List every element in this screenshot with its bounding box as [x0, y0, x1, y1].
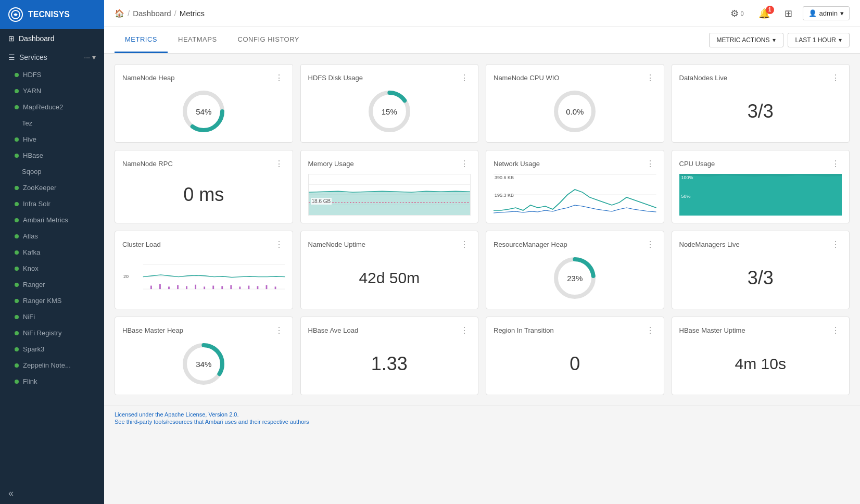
namenode-heap-value: 54% — [196, 107, 211, 116]
sidebar-tez-label: Tez — [22, 119, 32, 127]
memory-chart-svg — [309, 174, 471, 215]
admin-menu-button[interactable]: 👤 admin ▾ — [803, 6, 850, 20]
tab-metrics[interactable]: METRICS — [115, 27, 168, 53]
sidebar-item-kafka[interactable]: Kafka — [0, 244, 104, 260]
card-cpu-menu[interactable]: ⋮ — [829, 158, 842, 170]
sidebar-item-yarn[interactable]: YARN — [0, 83, 104, 99]
footer-thirdparty[interactable]: See third-party tools/resources that Amb… — [115, 419, 850, 425]
card-namenode-rpc-title: NameNode RPC — [122, 160, 173, 168]
sidebar-item-sqoop[interactable]: Sqoop — [0, 163, 104, 180]
card-rm-heap-menu[interactable]: ⋮ — [644, 238, 656, 250]
settings-button[interactable]: ⚙ 0 — [726, 6, 748, 21]
card-nm-menu[interactable]: ⋮ — [829, 238, 842, 250]
card-network-title: Network Usage — [494, 160, 540, 168]
sidebar-item-knox[interactable]: Knox — [0, 260, 104, 276]
card-hbase-uptime-title: HBase Master Uptime — [679, 326, 745, 334]
card-hbase-load-menu[interactable]: ⋮ — [458, 324, 471, 336]
card-region-in-transition: Region In Transition ⋮ 0 — [486, 317, 664, 395]
home-icon[interactable]: 🏠 — [115, 9, 124, 18]
sidebar-item-zeppelin[interactable]: Zeppelin Note... — [0, 357, 104, 373]
yarn-status-dot — [15, 89, 19, 93]
sidebar-item-spark3[interactable]: Spark3 — [0, 341, 104, 357]
alerts-button[interactable]: 🔔 1 — [754, 6, 774, 21]
cpu-label-50: 50% — [681, 194, 691, 199]
metric-actions-button[interactable]: METRIC ACTIONS ▾ — [709, 33, 783, 47]
network-chart-svg — [494, 174, 656, 216]
card-memory-menu[interactable]: ⋮ — [458, 158, 471, 170]
card-namenode-heap-body: 54% — [122, 88, 285, 135]
card-rit-title: Region In Transition — [494, 326, 554, 334]
topbar-actions: ⚙ 0 🔔 1 ⊞ 👤 admin ▾ — [726, 6, 850, 21]
sidebar-sqoop-label: Sqoop — [22, 168, 42, 175]
sidebar-item-infra-solr[interactable]: Infra Solr — [0, 196, 104, 212]
sidebar-item-hive[interactable]: Hive — [0, 131, 104, 147]
sidebar-item-dashboard[interactable]: ⊞ Dashboard — [0, 29, 104, 48]
footer-license-link[interactable]: Licensed under the Apache License, Versi… — [115, 411, 239, 418]
datanodes-value: 3/3 — [748, 100, 774, 122]
sidebar-collapse-button[interactable]: « — [0, 483, 104, 504]
tab-config-history[interactable]: CONFIG HISTORY — [227, 27, 310, 53]
card-namenode-rpc: NameNode RPC ⋮ 0 ms — [115, 150, 293, 223]
breadcrumb-dashboard[interactable]: Dashboard — [133, 9, 171, 18]
sidebar-kafka-label: Kafka — [23, 248, 40, 256]
footer-license[interactable]: Licensed under the Apache License, Versi… — [115, 411, 850, 418]
sidebar-item-ambari-metrics[interactable]: Ambari Metrics — [0, 212, 104, 228]
card-uptime-menu[interactable]: ⋮ — [458, 238, 471, 250]
card-hbase-master-heap: HBase Master Heap ⋮ 34% — [115, 317, 293, 395]
mapreduce2-status-dot — [15, 105, 19, 109]
card-cpu-usage: CPU Usage ⋮ 100% 50% — [672, 150, 850, 223]
gear-icon: ⚙ — [730, 8, 739, 19]
card-memory-body: 18.6 GB — [308, 174, 471, 216]
admin-chevron-icon: ▾ — [840, 9, 844, 17]
card-network-menu[interactable]: ⋮ — [644, 158, 656, 170]
sidebar-infrasolr-label: Infra Solr — [23, 200, 50, 208]
footer-thirdparty-link[interactable]: See third-party tools/resources that Amb… — [115, 419, 309, 425]
breadcrumb-sep2: / — [174, 9, 176, 18]
sidebar-atlas-label: Atlas — [23, 232, 38, 240]
app-logo[interactable]: TECNISYS — [0, 0, 104, 29]
sidebar-item-nifi[interactable]: NiFi — [0, 309, 104, 325]
card-namenode-rpc-menu[interactable]: ⋮ — [273, 158, 285, 170]
card-hbase-uptime-menu[interactable]: ⋮ — [829, 324, 842, 336]
card-network-header: Network Usage ⋮ — [494, 158, 656, 170]
card-rit-menu[interactable]: ⋮ — [644, 324, 656, 336]
cpu-chart: 100% 50% — [679, 174, 842, 216]
card-cluster-title: Cluster Load — [122, 241, 161, 248]
atlas-status-dot — [15, 234, 19, 238]
card-nm-body: 3/3 — [679, 255, 842, 301]
sidebar: TECNISYS ⊞ Dashboard ☰ Services ··· ▾ HD… — [0, 0, 104, 504]
card-namenode-cpu-body: 0.0% — [494, 88, 656, 135]
card-nodemanagers-live: NodeManagers Live ⋮ 3/3 — [672, 231, 850, 309]
sidebar-item-tez[interactable]: Tez — [0, 115, 104, 131]
card-hdfs-disk-title: HDFS Disk Usage — [308, 74, 363, 82]
card-cluster-menu[interactable]: ⋮ — [273, 238, 285, 250]
sidebar-hdfs-label: HDFS — [23, 71, 41, 79]
svg-rect-16 — [159, 284, 161, 289]
cluster-chart: 20 — [122, 257, 285, 299]
card-memory-usage: Memory Usage ⋮ — [300, 150, 479, 223]
sidebar-item-hbase[interactable]: HBase — [0, 147, 104, 163]
card-hdfs-disk-menu[interactable]: ⋮ — [458, 72, 471, 84]
card-hdfs-disk-usage: HDFS Disk Usage ⋮ 15% — [300, 64, 479, 143]
card-namenode-cpu-menu[interactable]: ⋮ — [644, 72, 656, 84]
sidebar-item-ranger-kms[interactable]: Ranger KMS — [0, 293, 104, 309]
card-namenode-rpc-header: NameNode RPC ⋮ — [122, 158, 285, 170]
ranger-kms-status-dot — [15, 299, 19, 303]
nodemanagers-value: 3/3 — [748, 267, 774, 289]
tab-heatmaps[interactable]: HEATMAPS — [168, 27, 227, 53]
last-hour-button[interactable]: LAST 1 HOUR ▾ — [788, 33, 850, 47]
breadcrumb: 🏠 / Dashboard / Metrics — [115, 9, 722, 18]
sidebar-services-header[interactable]: ☰ Services ··· ▾ — [0, 48, 104, 67]
apps-button[interactable]: ⊞ — [780, 6, 796, 21]
sidebar-item-atlas[interactable]: Atlas — [0, 228, 104, 244]
sidebar-item-ranger[interactable]: Ranger — [0, 276, 104, 293]
sidebar-item-flink[interactable]: Flink — [0, 373, 104, 389]
namenode-rpc-value: 0 ms — [183, 184, 224, 206]
card-datanodes-menu[interactable]: ⋮ — [829, 72, 842, 84]
sidebar-item-zookeeper[interactable]: ZooKeeper — [0, 180, 104, 196]
sidebar-item-mapreduce2[interactable]: MapReduce2 — [0, 99, 104, 115]
sidebar-item-hdfs[interactable]: HDFS — [0, 67, 104, 83]
card-hbase-heap-menu[interactable]: ⋮ — [273, 324, 285, 336]
sidebar-item-nifi-registry[interactable]: NiFi Registry — [0, 325, 104, 341]
card-namenode-heap-menu[interactable]: ⋮ — [273, 72, 285, 84]
